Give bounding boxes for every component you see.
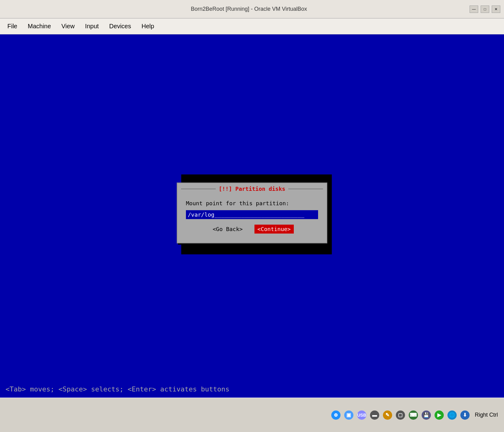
edit-icon-shape: ✎ — [383, 410, 392, 420]
screen-icon-shape: ▢ — [396, 410, 405, 420]
screen-icon[interactable]: ▢ — [395, 410, 406, 421]
menu-machine[interactable]: Machine — [23, 21, 55, 32]
go-back-button[interactable]: <Go Back> — [210, 225, 245, 234]
maximize-button[interactable]: □ — [481, 6, 489, 13]
dialog-input-underscores: ___________________________ — [215, 211, 305, 218]
usb-icon[interactable]: USB — [356, 410, 367, 421]
display-icon-shape: ▬ — [370, 410, 379, 420]
menu-file[interactable]: File — [3, 21, 22, 32]
menu-input[interactable]: Input — [81, 21, 103, 32]
usb-icon-shape: USB — [357, 410, 366, 420]
window-title: Born2BeRoot [Running] - Oracle VM Virtua… — [28, 6, 470, 12]
vm-status-icon[interactable]: ▶ — [434, 410, 445, 421]
dialog-title-line-right — [288, 189, 323, 189]
dialog-input-field[interactable]: /var/log___________________________ — [186, 210, 318, 219]
taskbar: ⊕ ▣ USB ▬ ✎ ▢ ⌨ 💾 ▶ — [0, 398, 504, 432]
menu-devices[interactable]: Devices — [105, 21, 135, 32]
network-icon-shape: ⊕ — [331, 410, 341, 420]
menu-help[interactable]: Help — [137, 21, 158, 32]
dialog-label: Mount point for this partition: — [186, 200, 318, 206]
menu-view[interactable]: View — [57, 21, 79, 32]
menubar: File Machine View Input Devices Help — [0, 18, 504, 34]
dialog-buttons: <Go Back> <Continue> — [186, 225, 318, 234]
dialog-partition-disks: [!!] Partition disks Mount point for thi… — [177, 183, 327, 243]
globe-icon[interactable]: 🌐 — [447, 410, 458, 421]
display-icon[interactable]: ▬ — [369, 410, 380, 421]
vm-screen[interactable]: [!!] Partition disks Mount point for thi… — [0, 34, 504, 398]
minimize-button[interactable]: — — [470, 6, 478, 13]
dialog-body: Mount point for this partition: /var/log… — [177, 194, 327, 243]
edit-icon[interactable]: ✎ — [382, 410, 393, 421]
window-controls: — □ ✕ — [470, 6, 500, 13]
dialog-title-line-left — [181, 189, 216, 189]
dialog-input-value: /var/log — [188, 211, 215, 218]
download-icon[interactable]: ⬇ — [459, 410, 471, 421]
hd-icon[interactable]: 💾 — [421, 410, 432, 421]
hd-icon-shape: 💾 — [422, 410, 431, 420]
keyboard-icon-shape: ⌨ — [409, 410, 418, 420]
download-icon-shape: ⬇ — [460, 410, 470, 420]
keyboard-icon[interactable]: ⌨ — [408, 410, 419, 421]
virtualbox-icon-shape: ▣ — [344, 410, 353, 420]
titlebar: Born2BeRoot [Running] - Oracle VM Virtua… — [0, 0, 504, 18]
statusbar-text: <Tab> moves; <Space> selects; <Enter> ac… — [6, 385, 229, 393]
vm-status-icon-shape: ▶ — [435, 410, 444, 420]
virtualbox-icon[interactable]: ▣ — [343, 410, 354, 421]
dialog-titlebar: [!!] Partition disks — [177, 183, 327, 194]
globe-icon-shape: 🌐 — [447, 410, 457, 420]
network-icon[interactable]: ⊕ — [330, 410, 341, 421]
close-button[interactable]: ✕ — [492, 6, 500, 13]
vm-statusbar: <Tab> moves; <Space> selects; <Enter> ac… — [0, 380, 504, 398]
continue-button[interactable]: <Continue> — [254, 225, 294, 234]
taskbar-system-icons: ⊕ ▣ USB ▬ ✎ ▢ ⌨ 💾 ▶ — [330, 410, 498, 421]
right-ctrl-label: Right Ctrl — [475, 412, 498, 418]
dialog-title-text: [!!] Partition disks — [216, 186, 289, 192]
